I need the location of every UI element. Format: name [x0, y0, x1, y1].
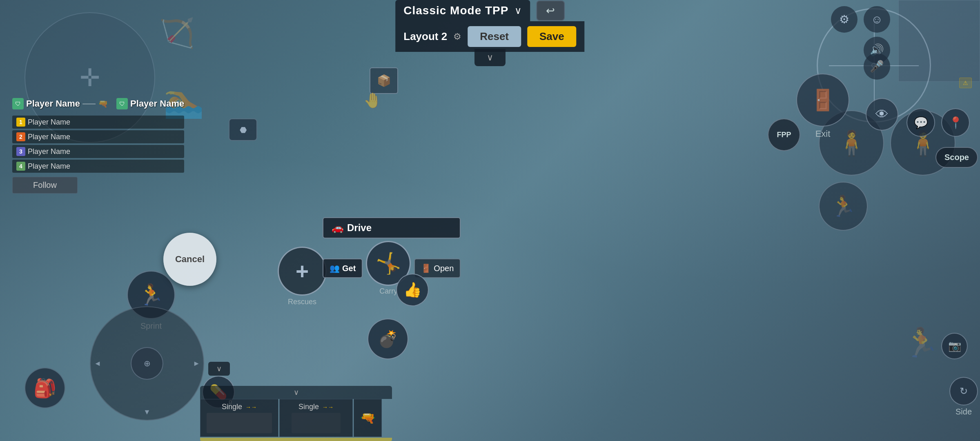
joystick-down-arrow: ▼ — [143, 408, 151, 416]
ammo-toggle-button[interactable]: ⬣ — [229, 118, 257, 141]
layout-label: Layout 2 — [403, 30, 447, 43]
run-right-silhouette: 🏃 — [904, 326, 939, 359]
exit-top-button[interactable]: ↩ — [536, 0, 565, 21]
joystick-inner[interactable]: ⊕ — [131, 347, 163, 380]
main-player-badge: 🛡 Player Name —— 🔫 — [12, 98, 108, 109]
get-icon: 👥 — [330, 263, 340, 273]
mode-title: Classic Mode TPP — [403, 4, 508, 17]
item-box-icon: 📦 — [377, 74, 391, 87]
settings-button[interactable]: ⚙ — [831, 6, 858, 33]
weapon-slot-2-label: Single →→ — [298, 403, 334, 411]
observe-button[interactable]: 👁 — [866, 98, 898, 131]
fpp-label: FPP — [777, 131, 791, 139]
main-shield-icon: 🛡 — [12, 98, 24, 109]
action-circle-crouch[interactable]: 🏃 — [819, 182, 868, 231]
second-player-badge: 🛡 Player Name — [116, 98, 184, 109]
rescues-label: Rescues — [288, 298, 316, 306]
weapon-slot-3[interactable]: 🔫 — [354, 399, 382, 437]
weapon-2-visual — [292, 413, 341, 433]
mic-area: 🎤 — [864, 53, 890, 80]
mic-icon: 🎤 — [870, 60, 884, 73]
camera-button[interactable]: 📷 — [941, 333, 968, 359]
backpack-icon: 🎒 — [33, 377, 56, 399]
list-item[interactable]: 1 Player Name — [12, 116, 184, 129]
item-box-button[interactable]: 📦 — [370, 67, 398, 94]
main-weapon-icon: —— — [82, 100, 96, 107]
eye-icon: 👁 — [875, 107, 889, 122]
grenade-icon: 💣 — [378, 330, 398, 349]
weapon-dropdown-icon[interactable]: ∨ — [294, 388, 299, 397]
joystick-outer[interactable]: ◄ ► ▼ ⊕ — [90, 306, 204, 421]
list-item[interactable]: 2 Player Name — [12, 130, 184, 143]
location-icon: 📍 — [949, 116, 963, 129]
joystick-area[interactable]: ◄ ► ▼ ⊕ — [90, 306, 204, 421]
side-button[interactable]: ↻ Side — [949, 377, 978, 416]
second-shield-icon: 🛡 — [116, 98, 128, 109]
cancel-label: Cancel — [175, 254, 205, 265]
drive-wheel-icon: 🚗 — [332, 222, 344, 234]
weapon-1-visual — [207, 413, 272, 433]
squad-number-3: 3 — [16, 147, 25, 156]
rescues-button[interactable]: + Rescues — [278, 247, 327, 306]
save-button[interactable]: Save — [527, 26, 577, 47]
open-icon: 🚪 — [421, 263, 431, 273]
mode-chevron-icon[interactable]: ∨ — [514, 5, 522, 16]
second-player-name: Player Name — [130, 98, 184, 109]
second-weapon-icon: 🔫 — [98, 99, 108, 109]
side-circle[interactable]: ↻ — [949, 377, 978, 405]
list-item[interactable]: 3 Player Name — [12, 145, 184, 158]
smiley-button[interactable]: ☺ — [864, 6, 890, 33]
weapon-chevron-icon: ∨ — [216, 365, 222, 373]
top-bar: Classic Mode TPP ∨ ↩ Layout 2 ⚙ Reset Sa… — [395, 0, 584, 52]
reset-button[interactable]: Reset — [468, 26, 521, 47]
grenade-button[interactable]: 💣 — [368, 318, 408, 359]
exit-vehicle-button[interactable]: 🚪 Exit — [796, 74, 849, 139]
chat-icon: 💬 — [914, 116, 928, 129]
chat-button[interactable]: 💬 — [906, 108, 935, 137]
sprint-icon: 🏃 — [138, 283, 164, 307]
team-player-row: 🛡 Player Name —— 🔫 🛡 Player Name — [12, 98, 184, 109]
scope-button[interactable]: Scope — [935, 147, 978, 168]
exit-circle[interactable]: 🚪 — [796, 74, 849, 127]
list-item[interactable]: 4 Player Name — [12, 160, 184, 173]
mic-button[interactable]: 🎤 — [864, 53, 890, 80]
squad-number-1: 1 — [16, 118, 25, 127]
weapon-slot-1[interactable]: Single →→ — [200, 399, 278, 437]
weapon-2-name: Single — [298, 403, 319, 411]
collapse-arrow[interactable]: ∨ — [474, 49, 506, 66]
scope-label: Scope — [944, 153, 969, 162]
fpp-button[interactable]: FPP — [768, 118, 800, 151]
side-label: Side — [956, 407, 972, 416]
joystick-dot: ⊕ — [144, 359, 151, 368]
weapon-2-arrow-icon: →→ — [322, 404, 334, 410]
rescues-circle[interactable]: + — [278, 247, 327, 296]
squad-list: 1 Player Name 2 Player Name 3 Player Nam… — [12, 116, 184, 173]
weapon-slot-2[interactable]: Single →→ — [279, 399, 353, 437]
drive-button[interactable]: 🚗 Drive — [323, 217, 461, 238]
exit-label: Exit — [815, 129, 831, 139]
joystick-right-arrow: ► — [193, 359, 200, 368]
location-button[interactable]: 📍 — [941, 108, 970, 137]
rescues-plus-icon: + — [296, 258, 309, 284]
exit-door-icon: 🚪 — [810, 88, 835, 112]
hand-gesture-icon: 🤚 — [363, 92, 382, 109]
layout-bar: Layout 2 ⚙ Reset Save — [395, 21, 584, 52]
backpack-button[interactable]: 🎒 — [24, 368, 65, 408]
weapon-expand-arrow[interactable]: ∨ — [208, 362, 230, 376]
layout-gear-icon[interactable]: ⚙ — [453, 31, 461, 42]
cancel-button[interactable]: Cancel — [163, 233, 216, 286]
mode-selector: Classic Mode TPP ∨ — [395, 0, 530, 21]
drive-label: Drive — [347, 222, 372, 234]
weapon-slots-row: Single →→ Single →→ 🔫 — [200, 399, 392, 437]
compass-silhouette: ✛ — [80, 63, 100, 92]
weapon-3-icon: 🔫 — [360, 411, 375, 425]
squad-number-2: 2 — [16, 132, 25, 141]
squad-name-4: Player Name — [28, 162, 70, 171]
ment-player-text: Ment Player — [11, 269, 68, 282]
like-button[interactable]: 👍 — [396, 274, 429, 306]
smiley-icon: ☺ — [871, 13, 883, 26]
joystick-left-arrow: ◄ — [94, 359, 101, 368]
crouch-figure-icon: 🏃 — [831, 194, 856, 218]
ammo-toggle-icon: ⬣ — [240, 125, 247, 135]
follow-button[interactable]: Follow — [12, 177, 78, 194]
